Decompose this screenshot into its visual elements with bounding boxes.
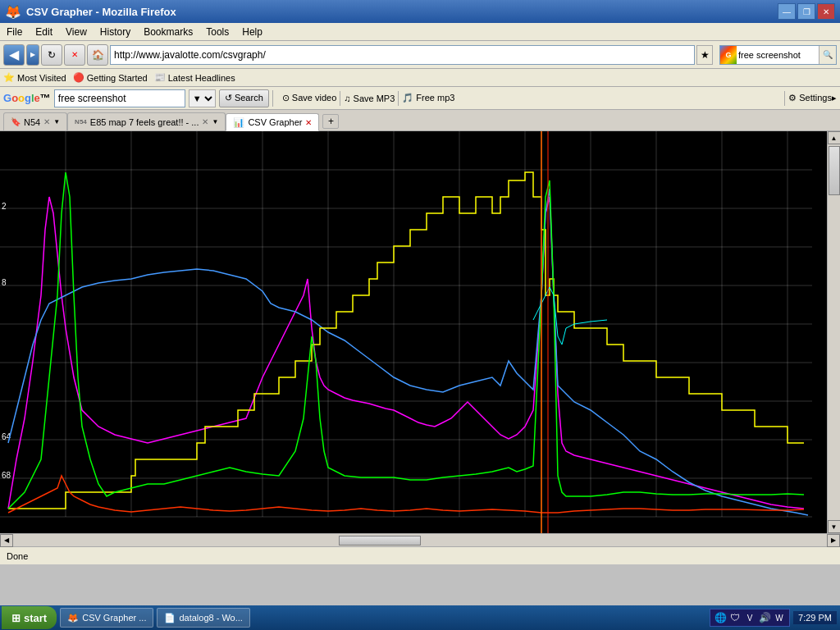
back-button[interactable]: ◀ [3,44,25,66]
cyan-line [533,287,607,345]
status-bar: Done [0,546,840,564]
hscroll-left-button[interactable]: ◀ [0,534,13,547]
bookmark-star[interactable]: ★ [696,45,713,65]
taskbar: ⊞ start 🦊 CSV Grapher ... 📄 datalog8 - W… [0,605,840,630]
menu-edit[interactable]: Edit [29,25,59,39]
hscroll-right-button[interactable]: ▶ [827,534,840,547]
google-toolbar: Google™ ▼ ↺ Search ⊙ Save video ♫ Save M… [0,87,840,110]
menubar: File Edit View History Bookmarks Tools H… [0,23,840,41]
tab-icon: 🔖 [11,117,21,126]
tab-icon: N54 [75,118,87,126]
minimize-button[interactable]: — [778,3,796,20]
taskbar-item-label: CSV Grapher ... [82,613,146,623]
restore-button[interactable]: ❐ [797,3,815,20]
refresh-button[interactable]: ↻ [41,44,62,66]
firefox-taskbar-icon: 🦊 [67,613,79,623]
yellow-line [8,172,804,509]
tray-icon-w: W [773,611,786,624]
menu-bookmarks[interactable]: Bookmarks [137,25,199,39]
google-search-dropdown[interactable]: ▼ [189,89,216,107]
tab-close-icon[interactable]: ✕ [305,118,312,127]
google-logo: Google™ [3,92,51,104]
horizontal-scrollbar: ◀ ▶ [0,533,840,546]
blue-line [8,189,808,515]
titlebar: 🦊 CSV Grapher - Mozilla Firefox — ❐ ✕ [0,0,840,23]
chevron-icon: ▼ [53,118,60,126]
menu-file[interactable]: File [0,25,29,39]
tab-e85[interactable]: N54 E85 map 7 feels great!! - ... ✕ ▼ [67,112,226,130]
tab-label: N54 [24,117,40,127]
menu-view[interactable]: View [59,25,94,39]
free-mp3-button[interactable]: 🎵 Free mp3 [402,93,454,103]
chart-scrollbar-vertical: ▲ ▼ [827,131,840,533]
document-taskbar-icon: 📄 [164,613,176,623]
tab-icon: 📊 [233,117,244,128]
svg-text:8: 8 [2,278,7,287]
firefox-icon: 🦊 [5,4,21,20]
scroll-down-button[interactable]: ▼ [828,520,841,533]
magenta-line [8,197,804,509]
tab-label: E85 map 7 feels great!! - ... [90,117,199,127]
windows-logo-icon: ⊞ [11,612,21,624]
save-video-button[interactable]: ⊙ Save video [282,93,336,103]
settings-button[interactable]: ⚙ Settings▸ [788,93,837,103]
forward-button[interactable]: ▶ [26,44,39,66]
green-line [8,172,804,509]
tab-label: CSV Grapher [248,117,302,127]
search-engine-icon: G [720,46,737,64]
taskbar-item-firefox[interactable]: 🦊 CSV Grapher ... [60,608,153,628]
svg-text:2: 2 [2,202,7,211]
chevron-icon: ▼ [212,118,218,126]
tab-close-icon[interactable]: ✕ [202,117,208,126]
home-button[interactable]: 🏠 [87,44,108,66]
system-tray: 🌐 🛡 V 🔊 W 7:29 PM [710,609,840,627]
bookmark-item-getting-started[interactable]: 🔴 Getting Started [73,72,148,83]
tab-close-icon[interactable]: ✕ [43,117,50,126]
hscroll-track [13,535,827,546]
chart-svg: 2 8 64 68 [0,131,812,533]
window-title: CSV Grapher - Mozilla Firefox [26,6,176,18]
hscroll-thumb[interactable] [339,536,421,546]
save-mp3-button[interactable]: ♫ Save MP3 [344,94,395,103]
circle-icon: 🔴 [73,72,84,83]
start-button[interactable]: ⊞ start [2,606,57,629]
tray-icon-network: 🌐 [714,611,727,624]
browser-toolbar: ◀ ▶ ↻ ✕ 🏠 ★ G 🔍 [0,41,840,69]
tab-csv-grapher[interactable]: 📊 CSV Grapher ✕ [226,113,319,131]
menu-help[interactable]: Help [235,25,269,39]
google-search-input[interactable] [54,89,185,107]
google-search-button[interactable]: ↺ Search [219,89,269,107]
star-icon: ⭐ [3,72,15,83]
taskbar-item-label: datalog8 - Wo... [179,613,242,623]
tray-icon-sound: 🔊 [758,611,771,624]
bookmark-item-most-visited[interactable]: ⭐ Most Visited [3,72,66,83]
tab-n54[interactable]: 🔖 N54 ✕ ▼ [3,112,67,130]
taskbar-item-wordpad[interactable]: 📄 datalog8 - Wo... [157,608,249,628]
browser-search-button[interactable]: 🔍 [819,46,836,64]
scroll-thumb-vertical[interactable] [829,146,840,195]
bookmarks-bar: ⭐ Most Visited 🔴 Getting Started 📰 Lates… [0,69,840,87]
menu-history[interactable]: History [94,25,137,39]
system-clock: 7:29 PM [793,611,837,624]
news-icon: 📰 [154,72,166,83]
scroll-up-button[interactable]: ▲ [828,131,841,144]
tray-icon-v: V [743,611,756,624]
titlebar-left: 🦊 CSV Grapher - Mozilla Firefox [5,4,176,20]
status-text: Done [7,551,28,561]
tabs-bar: 🔖 N54 ✕ ▼ N54 E85 map 7 feels great!! - … [0,110,840,131]
browser-search-input[interactable] [737,46,819,64]
new-tab-button[interactable]: + [322,114,339,129]
svg-text:68: 68 [2,471,11,480]
menu-tools[interactable]: Tools [199,25,235,39]
close-button[interactable]: ✕ [817,3,835,20]
tray-icon-shield: 🛡 [728,611,742,624]
bookmark-item-latest-headlines[interactable]: 📰 Latest Headlines [154,72,235,83]
window-controls: — ❐ ✕ [778,3,835,20]
address-bar[interactable] [110,45,695,65]
start-label: start [24,612,47,624]
stop-button[interactable]: ✕ [64,44,85,66]
chart-container: 2 8 64 68 ▲ ▼ [0,131,840,533]
